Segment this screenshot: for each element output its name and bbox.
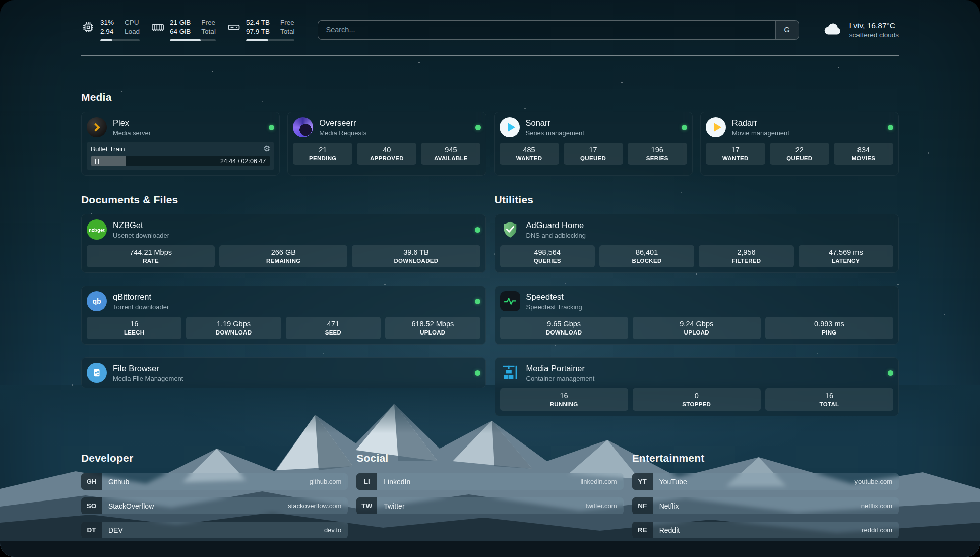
memory-free-value: 21 GiB — [170, 18, 191, 27]
bookmark-abbr: DT — [81, 522, 102, 538]
stat-wanted: 485 WANTED — [500, 143, 559, 165]
stat-queued: 17 QUEUED — [564, 143, 623, 165]
settings-icon[interactable]: ⚙ — [263, 145, 270, 153]
bookmark-abbr: GH — [81, 473, 102, 490]
bookmark-stackoverflow[interactable]: SO StackOverflow stackoverflow.com — [81, 497, 348, 514]
service-card-adguard[interactable]: AdGuard Home DNS and adblocking 498,564 … — [495, 214, 899, 273]
sonarr-icon — [500, 117, 520, 137]
now-playing-title: Bullet Train — [91, 145, 125, 153]
cpu-icon — [81, 20, 95, 36]
memory-widget: 21 GiB 64 GiB Free Total — [151, 18, 216, 41]
playback-time: 24:44 / 02:06:47 — [220, 158, 266, 165]
bookmark-dev[interactable]: DT DEV dev.to — [81, 522, 348, 538]
bookmark-domain: dev.to — [324, 526, 341, 534]
status-dot — [475, 125, 481, 130]
resource-widgets: 31% 2.94 CPU Load — [81, 18, 294, 41]
status-dot — [475, 227, 480, 233]
service-card-portainer[interactable]: Media Portainer Container management 16 … — [495, 357, 899, 416]
memory-free-label: Free — [201, 18, 216, 27]
service-name: qBittorrent — [113, 292, 169, 302]
service-card-qbittorrent[interactable]: qb qBittorrent Torrent downloader 16 LEE… — [81, 286, 486, 345]
cpu-usage-label: CPU — [125, 18, 140, 27]
section-title-media: Media — [81, 91, 899, 103]
disk-total-value: 97.9 TB — [246, 27, 270, 36]
cpu-load-label: Load — [125, 27, 140, 36]
dashboard-screen: 31% 2.94 CPU Load — [0, 0, 980, 557]
pause-icon[interactable] — [95, 159, 99, 164]
service-name: Speedtest — [526, 292, 582, 302]
top-bar: 31% 2.94 CPU Load — [81, 0, 899, 41]
service-name: File Browser — [113, 364, 183, 373]
nzbget-icon: nzbget — [87, 219, 107, 240]
bookmark-name: Twitter — [384, 502, 404, 510]
stat-series: 196 SERIES — [628, 143, 687, 165]
service-name: Overseerr — [319, 118, 366, 128]
weather-location: Lviv, 16.87°C — [849, 21, 899, 30]
stat-latency: 47.569 ms LATENCY — [799, 245, 893, 267]
service-subtitle: Container management — [526, 375, 595, 382]
stat-download: 9.65 Gbps DOWNLOAD — [500, 317, 628, 339]
section-title-utilities: Utilities — [495, 194, 899, 206]
disk-free-label: Free — [280, 18, 295, 27]
stat-queued: 22 QUEUED — [770, 143, 829, 165]
bookmark-github[interactable]: GH Github github.com — [81, 473, 348, 490]
bookmark-name: Reddit — [659, 526, 680, 534]
bookmark-abbr: SO — [81, 497, 102, 514]
memory-total-value: 64 GiB — [170, 27, 191, 36]
documents-column: Documents & Files nzbget NZBGet Usenet d… — [81, 194, 486, 401]
status-dot — [888, 125, 893, 130]
snow-particles-small — [0, 0, 1, 1]
status-dot — [475, 299, 480, 304]
status-dot — [682, 125, 687, 130]
stat-queries: 498,564 QUERIES — [500, 245, 595, 267]
stat-upload: 618.52 Mbps UPLOAD — [385, 317, 480, 339]
weather-widget: Lviv, 16.87°C scattered clouds — [822, 18, 899, 41]
adguard-icon — [500, 219, 520, 240]
status-dot — [475, 370, 480, 376]
overseerr-icon — [293, 117, 313, 137]
bookmark-abbr: TW — [356, 497, 377, 514]
stat-movies: 834 MOVIES — [834, 143, 893, 165]
service-subtitle: Usenet downloader — [113, 232, 169, 239]
radarr-icon — [706, 117, 726, 137]
service-card-nzbget[interactable]: nzbget NZBGet Usenet downloader 744.21 M… — [81, 214, 486, 273]
stat-remaining: 266 GB REMAINING — [219, 245, 347, 267]
search-input[interactable] — [318, 21, 775, 39]
search-provider-button[interactable]: G — [775, 21, 799, 39]
bookmark-name: Netflix — [659, 502, 679, 510]
memory-progress-bar — [170, 39, 216, 41]
cpu-load-value: 2.94 — [100, 27, 114, 36]
memory-icon — [151, 20, 165, 36]
search-bar: G — [318, 20, 799, 40]
service-subtitle: Torrent downloader — [113, 303, 169, 311]
service-card-sonarr[interactable]: Sonarr Series management 485 WANTED 17 Q… — [494, 112, 693, 176]
cloud-icon — [822, 18, 843, 41]
bookmarks-entertainment: Entertainment YT YouTube youtube.com NF … — [632, 452, 899, 546]
bookmark-abbr: NF — [632, 497, 653, 514]
snow-particles — [0, 0, 2, 2]
bookmark-reddit[interactable]: RE Reddit reddit.com — [632, 522, 899, 538]
bookmark-abbr: YT — [632, 473, 653, 490]
stat-leech: 16 LEECH — [87, 317, 181, 339]
stat-blocked: 86,401 BLOCKED — [599, 245, 694, 267]
bookmark-linkedin[interactable]: LI LinkedIn linkedin.com — [356, 473, 623, 490]
stat-ping: 0.993 ms PING — [765, 317, 893, 339]
service-subtitle: Media server — [113, 129, 151, 137]
bookmark-netflix[interactable]: NF Netflix netflix.com — [632, 497, 899, 514]
service-card-filebrowser[interactable]: File Browser Media File Management — [81, 357, 486, 388]
bookmark-name: StackOverflow — [108, 502, 154, 510]
stat-upload: 9.24 Gbps UPLOAD — [633, 317, 761, 339]
service-subtitle: Movie management — [732, 129, 789, 137]
bookmark-domain: netflix.com — [861, 502, 892, 510]
service-card-overseerr[interactable]: Overseerr Media Requests 21 PENDING 40 A… — [287, 112, 486, 176]
service-card-plex[interactable]: Plex Media server Bullet Train ⚙ 24:44 /… — [81, 112, 280, 176]
playback-progress-bar[interactable]: 24:44 / 02:06:47 — [91, 156, 270, 166]
media-card-grid: Plex Media server Bullet Train ⚙ 24:44 /… — [81, 112, 899, 176]
service-card-speedtest[interactable]: Speedtest Speedtest Tracking 9.65 Gbps D… — [495, 286, 899, 345]
bookmark-name: DEV — [108, 526, 123, 534]
bookmark-youtube[interactable]: YT YouTube youtube.com — [632, 473, 899, 490]
section-title-social: Social — [356, 452, 623, 464]
stat-stopped: 0 STOPPED — [633, 388, 761, 411]
service-card-radarr[interactable]: Radarr Movie management 17 WANTED 22 QUE… — [700, 112, 899, 176]
bookmark-twitter[interactable]: TW Twitter twitter.com — [356, 497, 623, 514]
